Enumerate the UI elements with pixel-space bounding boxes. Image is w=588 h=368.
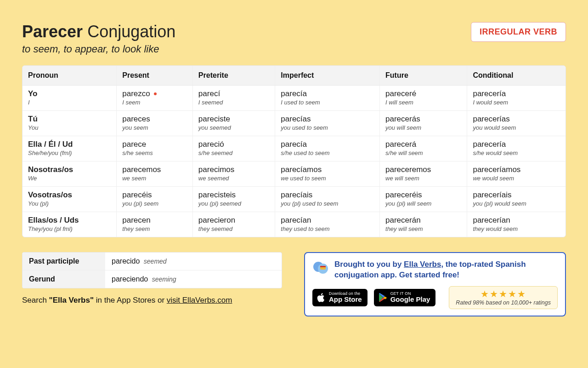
column-header: Imperfect <box>275 66 379 86</box>
conjugation-cell: parecesyou seem <box>116 110 192 136</box>
conjugation-cell: pareceremoswe will seem <box>379 161 467 186</box>
column-header: Preterite <box>192 66 275 86</box>
conjugation-cell: pareceríanthey would seem <box>467 212 565 237</box>
page-title: Parecer Conjugation <box>22 22 175 41</box>
conjugation-cell: parecíanthey used to seem <box>275 212 379 237</box>
ellaverbs-logo-icon <box>312 259 329 276</box>
app-store-button[interactable]: Download on the App Store <box>312 289 368 306</box>
past-participle-label: Past participle <box>23 253 105 270</box>
conjugation-cell: parecisteisyou (pl) seemed <box>192 186 275 212</box>
title-suffix: Conjugation <box>87 22 175 41</box>
visit-ellaverbs-link[interactable]: visit EllaVerbs.com <box>167 296 232 305</box>
apple-icon <box>317 293 325 303</box>
pronoun-cell: Nosotras/osWe <box>23 161 116 186</box>
conjugation-cell: parecimoswe seemed <box>192 161 275 186</box>
pronoun-cell: Vosotras/osYou (pl) <box>23 186 116 212</box>
pronoun-cell: YoI <box>23 86 116 110</box>
past-participle-value: parecido seemed <box>105 253 282 270</box>
table-row: TúYouparecesyou seemparecisteyou seemedp… <box>23 110 565 136</box>
column-header: Pronoun <box>23 66 116 86</box>
conjugation-cell: pareceríaisyou (pl) would seem <box>467 186 565 212</box>
conjugation-cell: parecerías/he would seem <box>467 136 565 161</box>
table-row: YoIparezco I seemparecíI seemedparecíaI … <box>23 86 565 110</box>
conjugation-cell: parezco I seem <box>116 86 192 110</box>
gerund-label: Gerund <box>23 270 105 288</box>
conjugation-cell: parecemoswe seem <box>116 161 192 186</box>
irregular-badge: IRREGULAR VERB <box>471 22 566 42</box>
conjugation-cell: pareceríasyou would seem <box>467 110 565 136</box>
conjugation-cell: parecenthey seem <box>116 212 192 237</box>
conjugation-cell: parecerás/he will seem <box>379 136 467 161</box>
column-header: Present <box>116 66 192 86</box>
table-row: Nosotras/osWeparecemoswe seemparecimoswe… <box>23 161 565 186</box>
conjugation-cell: parecíaisyou (pl) used to seem <box>275 186 379 212</box>
conjugation-cell: parecerásyou will seem <box>379 110 467 136</box>
google-play-button[interactable]: GET IT ON Google Play <box>374 289 436 306</box>
table-row: Ella / Él / UdShe/he/you (fml)pareces/he… <box>23 136 565 161</box>
conjugation-cell: parecíaI used to seem <box>275 86 379 110</box>
search-instruction: Search "Ella Verbs" in the App Stores or… <box>22 296 282 305</box>
rating-text: Rated 98% based on 10,000+ ratings <box>456 299 551 306</box>
conjugation-cell: pareceréisyou (pl) will seem <box>379 186 467 212</box>
promo-box: Brought to you by Ella Verbs, the top-ra… <box>304 252 566 316</box>
conjugation-cell: parecíI seemed <box>192 86 275 110</box>
conjugation-cell: pareceríamoswe would seem <box>467 161 565 186</box>
conjugation-cell: parecías/he used to seem <box>275 136 379 161</box>
table-row: Ellas/os / UdsThey/you (pl fml)parecenth… <box>23 212 565 237</box>
conjugation-cell: pareceréI will seem <box>379 86 467 110</box>
pronoun-cell: Ellas/os / UdsThey/you (pl fml) <box>23 212 116 237</box>
google-play-icon <box>379 293 387 302</box>
svg-rect-3 <box>320 266 326 267</box>
gerund-value: pareciendo seeming <box>105 270 282 288</box>
conjugation-cell: pareceránthey will seem <box>379 212 467 237</box>
table-row: Vosotras/osYou (pl)parecéisyou (pl) seem… <box>23 186 565 212</box>
conjugation-cell: parecíasyou used to seem <box>275 110 379 136</box>
rating-box: ★★★★★ Rated 98% based on 10,000+ ratings <box>449 286 558 309</box>
conjugation-cell: parecieronthey seemed <box>192 212 275 237</box>
conjugation-cell: pareces/he seems <box>116 136 192 161</box>
verb-name: Parecer <box>22 22 83 41</box>
conjugation-table: PronounPresentPreteriteImperfectFutureCo… <box>22 65 566 237</box>
conjugation-cell: parecíamoswe used to seem <box>275 161 379 186</box>
conjugation-cell: pareceríaI would seem <box>467 86 565 110</box>
ellaverbs-link[interactable]: Ella Verbs <box>404 260 441 269</box>
pronoun-cell: Ella / Él / UdShe/he/you (fml) <box>23 136 116 161</box>
column-header: Conditional <box>467 66 565 86</box>
promo-text: Brought to you by Ella Verbs, the top-ra… <box>334 259 558 281</box>
column-header: Future <box>379 66 467 86</box>
star-icons: ★★★★★ <box>456 289 551 299</box>
pronoun-cell: TúYou <box>23 110 116 136</box>
conjugation-cell: parecéisyou (pl) seem <box>116 186 192 212</box>
conjugation-cell: parecisteyou seemed <box>192 110 275 136</box>
irregular-dot-icon <box>154 92 157 95</box>
participle-table: Past participle parecido seemed Gerund p… <box>22 252 282 288</box>
conjugation-cell: pareciós/he seemed <box>192 136 275 161</box>
verb-meaning: to seem, to appear, to look like <box>22 43 175 55</box>
